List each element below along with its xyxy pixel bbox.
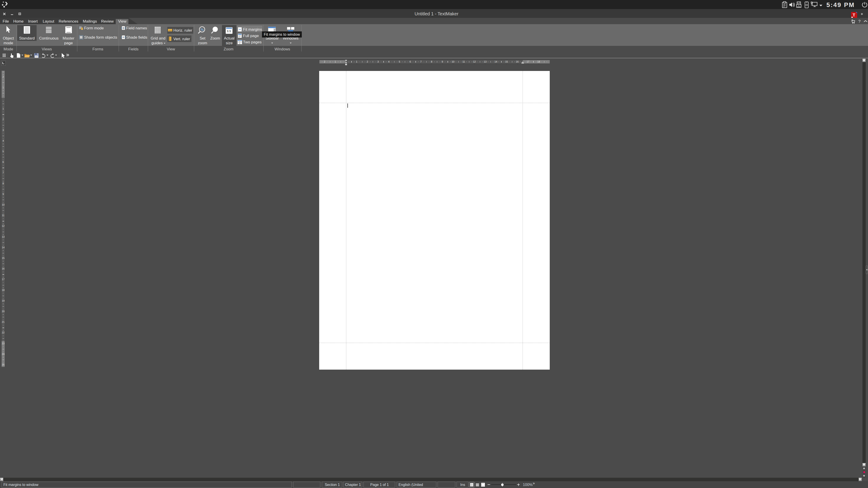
svg-text:?: ? [858,19,861,24]
svg-text:%: % [201,28,204,32]
svg-text:1:1: 1:1 [227,30,231,33]
